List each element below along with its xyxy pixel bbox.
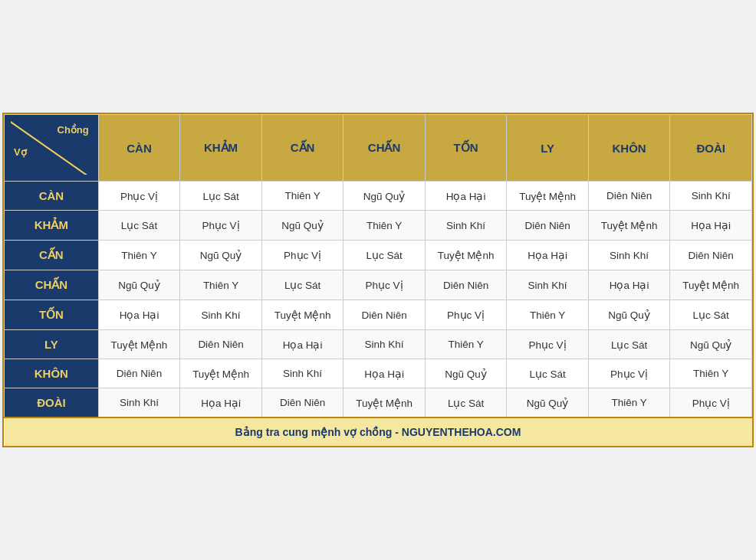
cell-7-7: Phục Vị bbox=[670, 388, 752, 418]
cell-1-0: Lục Sát bbox=[98, 211, 180, 241]
col-header-6: KHÔN bbox=[588, 115, 670, 182]
cell-4-3: Diên Niên bbox=[343, 300, 426, 330]
cell-3-6: Họa Hại bbox=[588, 270, 670, 300]
cell-0-5: Tuyệt Mệnh bbox=[507, 182, 589, 211]
cell-3-2: Lục Sát bbox=[261, 270, 343, 300]
cell-4-0: Họa Hại bbox=[98, 300, 180, 330]
cell-6-7: Thiên Y bbox=[670, 359, 752, 388]
cell-3-5: Sinh Khí bbox=[507, 270, 589, 300]
cell-6-3: Họa Hại bbox=[343, 359, 426, 388]
cell-1-2: Ngũ Quỷ bbox=[261, 211, 343, 241]
cell-5-1: Diên Niên bbox=[180, 330, 262, 359]
cell-0-3: Ngũ Quỷ bbox=[343, 182, 426, 211]
cell-4-2: Tuyệt Mệnh bbox=[261, 300, 343, 330]
cell-1-7: Họa Hại bbox=[670, 211, 752, 241]
cell-3-3: Phục Vị bbox=[343, 270, 426, 300]
cell-7-1: Họa Hại bbox=[180, 388, 262, 418]
cell-2-6: Sinh Khí bbox=[588, 241, 670, 270]
cell-2-1: Ngũ Quỷ bbox=[180, 241, 262, 270]
cell-2-4: Tuyệt Mệnh bbox=[425, 241, 507, 270]
cell-6-4: Ngũ Quỷ bbox=[425, 359, 507, 388]
cell-4-7: Lục Sát bbox=[670, 300, 752, 330]
cell-2-0: Thiên Y bbox=[98, 241, 180, 270]
cell-6-6: Phục Vị bbox=[588, 359, 670, 388]
cell-7-0: Sinh Khí bbox=[98, 388, 180, 418]
cell-4-5: Thiên Y bbox=[507, 300, 589, 330]
cell-3-7: Tuyệt Mệnh bbox=[670, 270, 752, 300]
cell-1-3: Thiên Y bbox=[343, 211, 426, 241]
row-header-1: KHẢM bbox=[5, 211, 99, 241]
footer-text: Bảng tra cung mệnh vợ chồng - NGUYENTHEH… bbox=[5, 418, 752, 446]
cell-7-2: Diên Niên bbox=[261, 388, 343, 418]
cell-6-1: Tuyệt Mệnh bbox=[180, 359, 262, 388]
corner-header: Chồng Vợ bbox=[5, 115, 99, 182]
cell-1-6: Tuyệt Mệnh bbox=[588, 211, 670, 241]
cell-2-3: Lục Sát bbox=[343, 241, 426, 270]
table-row: LYTuyệt MệnhDiên NiênHọa HạiSinh KhíThiê… bbox=[5, 330, 752, 359]
cell-4-1: Sinh Khí bbox=[180, 300, 262, 330]
cell-0-6: Diên Niên bbox=[588, 182, 670, 211]
cell-5-6: Lục Sát bbox=[588, 330, 670, 359]
cell-5-4: Thiên Y bbox=[425, 330, 507, 359]
col-header-1: KHẢM bbox=[180, 115, 262, 182]
col-header-2: CẤN bbox=[261, 115, 343, 182]
cell-5-7: Ngũ Quỷ bbox=[670, 330, 752, 359]
row-header-2: CẤN bbox=[5, 241, 99, 270]
cell-4-6: Ngũ Quỷ bbox=[588, 300, 670, 330]
row-header-4: TỐN bbox=[5, 300, 99, 330]
cell-3-1: Thiên Y bbox=[180, 270, 262, 300]
row-header-7: ĐOÀI bbox=[5, 388, 99, 418]
cell-2-5: Họa Hại bbox=[507, 241, 589, 270]
cell-5-3: Sinh Khí bbox=[343, 330, 426, 359]
cell-5-2: Họa Hại bbox=[261, 330, 343, 359]
col-header-7: ĐOÀI bbox=[670, 115, 752, 182]
cell-3-4: Diên Niên bbox=[425, 270, 507, 300]
cell-5-0: Tuyệt Mệnh bbox=[98, 330, 180, 359]
cell-0-7: Sinh Khí bbox=[670, 182, 752, 211]
cell-6-2: Sinh Khí bbox=[261, 359, 343, 388]
table-row: KHẢMLục SátPhục VịNgũ QuỷThiên YSinh Khí… bbox=[5, 211, 752, 241]
cell-4-4: Phục Vị bbox=[425, 300, 507, 330]
main-table: Chồng Vợ CÀNKHẢMCẤNCHẤNTỐNLYKHÔNĐOÀI CÀN… bbox=[4, 114, 752, 446]
cell-5-5: Phục Vị bbox=[507, 330, 589, 359]
col-header-3: CHẤN bbox=[343, 115, 426, 182]
cell-1-1: Phục Vị bbox=[180, 211, 262, 241]
row-header-5: LY bbox=[5, 330, 99, 359]
col-header-5: LY bbox=[507, 115, 589, 182]
main-table-wrapper: Chồng Vợ CÀNKHẢMCẤNCHẤNTỐNLYKHÔNĐOÀI CÀN… bbox=[2, 113, 754, 447]
table-row: ĐOÀISinh KhíHọa HạiDiên NiênTuyệt MệnhLụ… bbox=[5, 388, 752, 418]
cell-6-0: Diên Niên bbox=[98, 359, 180, 388]
row-header-0: CÀN bbox=[5, 182, 99, 211]
table-row: TỐNHọa HạiSinh KhíTuyệt MệnhDiên NiênPhụ… bbox=[5, 300, 752, 330]
cell-1-5: Diên Niên bbox=[507, 211, 589, 241]
cell-3-0: Ngũ Quỷ bbox=[98, 270, 180, 300]
cell-0-0: Phục Vị bbox=[98, 182, 180, 211]
cell-2-7: Diên Niên bbox=[670, 241, 752, 270]
row-header-3: CHẤN bbox=[5, 270, 99, 300]
cell-0-1: Lục Sát bbox=[180, 182, 262, 211]
cell-0-4: Họa Hại bbox=[425, 182, 507, 211]
table-row: KHÔNDiên NiênTuyệt MệnhSinh KhíHọa HạiNg… bbox=[5, 359, 752, 388]
col-header-0: CÀN bbox=[98, 115, 180, 182]
cell-7-5: Ngũ Quỷ bbox=[507, 388, 589, 418]
cell-6-5: Lục Sát bbox=[507, 359, 589, 388]
cell-0-2: Thiên Y bbox=[261, 182, 343, 211]
row-header-6: KHÔN bbox=[5, 359, 99, 388]
cell-2-2: Phục Vị bbox=[261, 241, 343, 270]
table-row: CHẤNNgũ QuỷThiên YLục SátPhục VịDiên Niê… bbox=[5, 270, 752, 300]
table-row: CẤNThiên YNgũ QuỷPhục VịLục SátTuyệt Mện… bbox=[5, 241, 752, 270]
cell-7-4: Lục Sát bbox=[425, 388, 507, 418]
cell-7-3: Tuyệt Mệnh bbox=[343, 388, 426, 418]
cell-7-6: Thiên Y bbox=[588, 388, 670, 418]
table-row: CÀNPhục VịLục SátThiên YNgũ QuỷHọa HạiTu… bbox=[5, 182, 752, 211]
col-header-4: TỐN bbox=[425, 115, 507, 182]
cell-1-4: Sinh Khí bbox=[425, 211, 507, 241]
